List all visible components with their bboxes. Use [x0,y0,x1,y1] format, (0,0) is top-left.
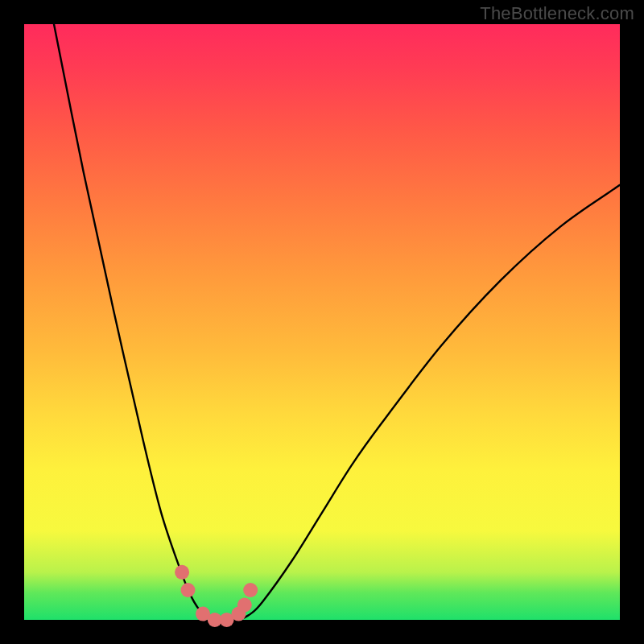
highlight-point [243,583,258,597]
highlight-point [181,583,196,597]
watermark-text: TheBottleneck.com [480,3,634,24]
plot-area [24,24,620,620]
chart-frame: TheBottleneck.com [0,0,644,644]
curve-path [54,24,620,621]
highlight-point [237,598,252,613]
bottleneck-curve [54,24,620,621]
highlight-point [175,565,189,580]
curve-layer [24,24,620,620]
